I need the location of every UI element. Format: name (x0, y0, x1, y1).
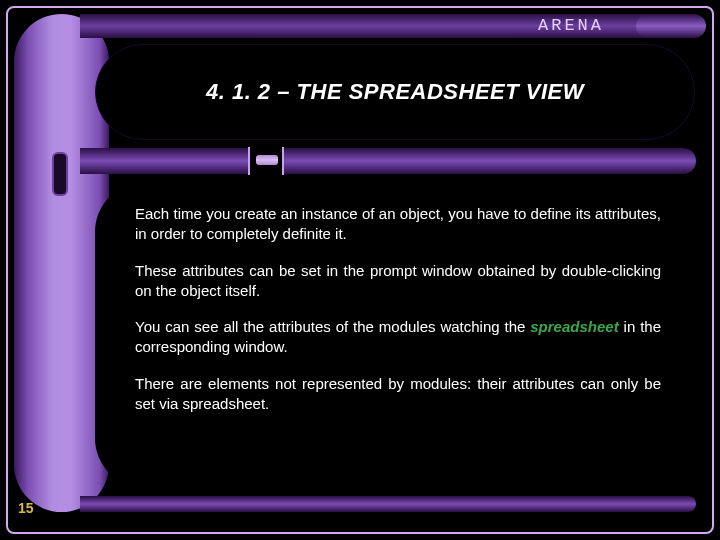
top-bar-cap (636, 14, 706, 38)
divider-bar (80, 148, 696, 174)
slide: ARENA 4. 1. 2 – THE SPREADSHEET VIEW Eac… (0, 0, 720, 540)
page-number: 15 (18, 500, 34, 516)
paragraph-3-pre: You can see all the attributes of the mo… (135, 318, 530, 335)
divider-notch (248, 147, 284, 175)
paragraph-1: Each time you create an instance of an o… (135, 204, 661, 245)
bottom-bar (80, 496, 696, 512)
paragraph-4: There are elements not represented by mo… (135, 374, 661, 415)
paragraph-2: These attributes can be set in the promp… (135, 261, 661, 302)
body-panel: Each time you create an instance of an o… (95, 182, 695, 488)
app-label: ARENA (538, 16, 604, 35)
slide-title: 4. 1. 2 – THE SPREADSHEET VIEW (206, 79, 584, 105)
paragraph-3: You can see all the attributes of the mo… (135, 317, 661, 358)
top-bar: ARENA (80, 14, 694, 38)
title-panel: 4. 1. 2 – THE SPREADSHEET VIEW (95, 44, 695, 140)
keyword-spreadsheet: spreadsheet (530, 318, 618, 335)
